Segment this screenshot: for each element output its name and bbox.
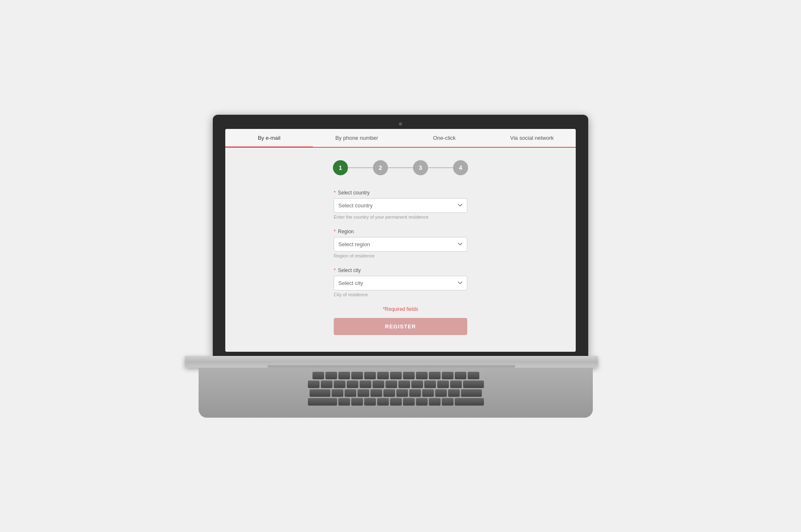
key	[442, 398, 453, 406]
key	[455, 372, 466, 379]
app-content: 1 2 3 4	[225, 148, 576, 352]
key	[409, 389, 421, 397]
key	[310, 389, 330, 397]
key	[403, 398, 415, 406]
laptop-base	[185, 356, 598, 368]
key	[455, 398, 484, 406]
keyboard-rows	[199, 368, 593, 411]
tab-oneclick[interactable]: One-click	[400, 129, 488, 147]
key	[312, 372, 324, 379]
step-line-2-3	[388, 167, 413, 168]
tab-phone[interactable]: By phone number	[313, 129, 400, 147]
key	[416, 372, 428, 379]
country-required-star: *	[334, 190, 336, 196]
region-label: * Region	[334, 229, 467, 234]
keyboard-row-3	[211, 389, 580, 397]
key	[422, 389, 434, 397]
key	[416, 398, 428, 406]
step-1: 1	[333, 160, 348, 175]
key	[377, 372, 389, 379]
key	[308, 398, 337, 406]
key	[435, 389, 447, 397]
required-note: *Required fields	[334, 306, 467, 312]
laptop-keyboard	[199, 368, 593, 418]
step-line-1-2	[348, 167, 373, 168]
key	[325, 372, 337, 379]
keyboard-row-2	[211, 381, 580, 388]
key	[321, 381, 332, 388]
key	[364, 372, 376, 379]
region-select[interactable]: Select region	[334, 237, 467, 252]
key	[345, 389, 356, 397]
country-label: * Select country	[334, 190, 467, 196]
city-required-star: *	[334, 267, 336, 273]
key	[442, 372, 453, 379]
key	[383, 389, 395, 397]
key	[373, 381, 384, 388]
key	[364, 398, 376, 406]
key	[450, 381, 462, 388]
country-hint: Enter the country of your permanent resi…	[334, 214, 467, 219]
key	[358, 389, 369, 397]
tab-email[interactable]: By e-mail	[225, 129, 313, 147]
registration-form: * Select country Select country Enter th…	[334, 190, 467, 335]
key	[377, 398, 389, 406]
key	[429, 398, 441, 406]
region-hint: Region of residence	[334, 253, 467, 258]
tab-social[interactable]: Via social network	[488, 129, 576, 147]
key	[429, 372, 441, 379]
key	[360, 381, 371, 388]
step-2: 2	[373, 160, 388, 175]
laptop-camera	[399, 122, 402, 126]
key	[347, 381, 358, 388]
key	[370, 389, 382, 397]
city-hint: City of residence	[334, 292, 467, 297]
region-group: * Region Select region Region of residen…	[334, 229, 467, 258]
country-group: * Select country Select country Enter th…	[334, 190, 467, 219]
key	[338, 398, 350, 406]
step-line-3-4	[428, 167, 453, 168]
key	[338, 372, 350, 379]
key	[308, 381, 320, 388]
key	[448, 389, 460, 397]
key	[411, 381, 423, 388]
key	[461, 389, 482, 397]
key	[385, 381, 397, 388]
key	[468, 372, 479, 379]
keyboard-row-1	[211, 372, 580, 379]
city-select[interactable]: Select city	[334, 276, 467, 290]
laptop-wrapper: By e-mail By phone number One-click Via …	[213, 115, 588, 418]
key	[437, 381, 449, 388]
key	[396, 389, 408, 397]
key	[332, 389, 343, 397]
key	[334, 381, 345, 388]
laptop-screen-bezel: By e-mail By phone number One-click Via …	[213, 115, 588, 356]
key	[390, 398, 402, 406]
key	[463, 381, 484, 388]
key	[398, 381, 410, 388]
laptop-screen: By e-mail By phone number One-click Via …	[225, 129, 576, 352]
city-label: * Select city	[334, 267, 467, 273]
key	[351, 398, 363, 406]
region-required-star: *	[334, 229, 336, 234]
keyboard-row-4	[211, 398, 580, 406]
stepper: 1 2 3 4	[234, 160, 567, 175]
city-group: * Select city Select city City of reside…	[334, 267, 467, 297]
key	[351, 372, 363, 379]
registration-tabs: By e-mail By phone number One-click Via …	[225, 129, 576, 148]
step-3: 3	[413, 160, 428, 175]
step-4: 4	[453, 160, 468, 175]
register-button[interactable]: REGISTER	[334, 318, 467, 335]
key	[424, 381, 436, 388]
key	[390, 372, 402, 379]
country-select[interactable]: Select country	[334, 198, 467, 213]
key	[403, 372, 415, 379]
